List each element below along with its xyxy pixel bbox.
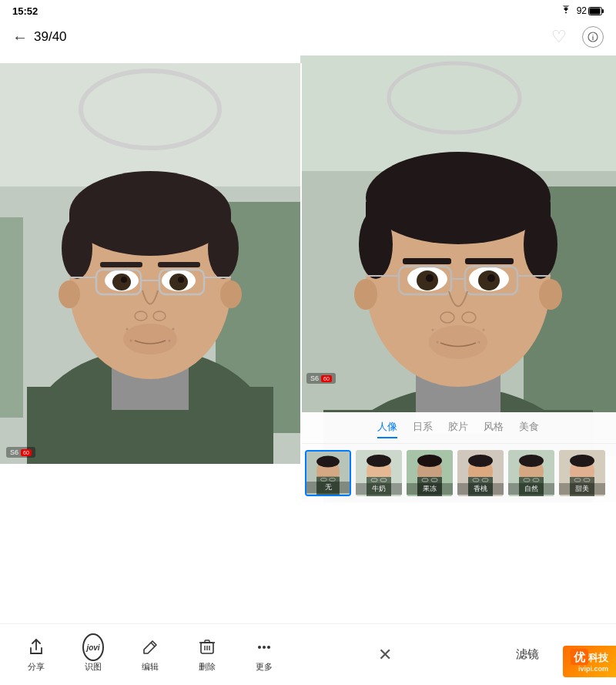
svg-point-82 [367,455,391,467]
close-filter-button[interactable]: ✕ [378,645,392,665]
photo-counter: 39/40 [34,29,67,45]
camera-label-left: S6 60 [6,447,35,458]
back-button[interactable]: ← [12,29,28,46]
info-button[interactable]: i [582,26,604,48]
filter-thumb-none[interactable]: 无 [305,450,351,496]
status-bar: 15:52 92 [0,0,616,22]
filter-tab-style[interactable]: 风格 [484,420,504,438]
camera-label-right: S6 60 [306,373,336,384]
wifi-icon [560,5,572,17]
more-action[interactable]: 更多 [253,636,275,673]
share-label: 分享 [28,661,45,673]
svg-point-27 [178,277,184,283]
svg-point-36 [126,328,129,331]
svg-point-16 [62,217,92,279]
edit-label: 编辑 [142,661,159,673]
header-left: ← 39/40 [12,29,67,46]
filter-tab-japan[interactable]: 日系 [413,420,433,438]
svg-point-76 [316,456,340,468]
filter-tab-food[interactable]: 美食 [519,420,539,438]
svg-point-17 [208,217,239,279]
svg-point-25 [169,274,188,290]
filter-thumb-milk[interactable]: 牛奶 [356,450,402,496]
svg-rect-9 [0,217,23,418]
photo-divider [300,63,302,510]
svg-point-118 [263,646,266,649]
filter-thumb-peach[interactable]: 香桃 [457,450,504,496]
filter-peach-label: 香桃 [457,483,504,495]
svg-point-88 [417,455,442,467]
svg-rect-113 [205,640,209,643]
edit-icon-svg [142,639,159,656]
svg-rect-2 [602,9,604,13]
svg-point-71 [483,329,485,331]
watermark-domain: ivipi.com [571,665,608,673]
svg-point-50 [359,210,393,279]
delete-action[interactable]: 删除 [196,636,218,673]
header: ← 39/40 ♡ i [0,22,616,55]
share-icon-svg [28,639,45,656]
original-photo-svg [0,63,300,464]
bottom-bar: 分享 jovi 识图 编辑 [0,623,616,685]
info-icon-svg: i [588,32,598,42]
filter-thumbnails: 无 牛奶 [300,444,616,502]
svg-rect-20 [100,262,142,267]
svg-rect-21 [158,262,200,267]
filter-button-label[interactable]: 滤镜 [516,647,539,662]
svg-rect-55 [465,258,514,264]
photo-original[interactable]: S6 60 [0,63,300,464]
battery-icon [588,7,604,15]
filter-thumb-natural[interactable]: 自然 [508,450,554,496]
svg-point-72 [437,341,439,344]
filter-jelly-label: 果冻 [407,483,453,495]
svg-point-52 [354,279,377,310]
jovi-icon: jovi [82,636,104,658]
more-icon [253,636,275,658]
filter-none-label: 无 [306,482,350,493]
svg-point-100 [519,455,544,467]
delete-icon [196,636,218,658]
svg-point-51 [524,210,557,279]
share-action[interactable]: 分享 [25,636,47,673]
svg-point-48 [366,152,551,244]
watermark: 优科技 ivipi.com [563,646,616,677]
svg-point-117 [258,646,261,649]
filter-panel: 人像 日系 胶片 风格 美食 [300,412,616,502]
svg-point-39 [169,340,171,342]
jovi-action[interactable]: jovi 识图 [82,636,104,673]
watermark-tech: 科技 [588,652,608,663]
filter-thumb-sweet[interactable]: 甜美 [559,450,605,496]
svg-point-94 [468,455,493,467]
svg-point-35 [123,324,177,354]
photo-filtered[interactable]: 人像 日系 胶片 风格 美食 [300,55,616,502]
svg-point-70 [432,329,434,331]
status-icons: 92 [560,5,604,17]
main-content: S6 60 [0,55,616,533]
svg-rect-6 [0,63,300,186]
more-icon-svg [256,639,273,656]
battery-container: 92 [577,5,604,16]
svg-rect-15 [69,213,231,237]
share-icon [25,636,47,658]
svg-rect-1 [590,8,601,14]
svg-point-73 [478,341,480,344]
delete-icon-svg [199,639,216,656]
filter-thumb-jelly[interactable]: 果冻 [407,450,453,496]
camera-badge-right: 60 [321,375,332,382]
jovi-label: 识图 [85,661,102,673]
filter-tabs: 人像 日系 胶片 风格 美食 [300,412,616,444]
svg-point-61 [487,274,495,282]
edit-action[interactable]: 编辑 [139,636,161,673]
svg-point-24 [112,274,131,290]
battery-percent: 92 [577,5,587,16]
svg-point-26 [121,277,127,283]
filter-tab-portrait[interactable]: 人像 [377,420,397,438]
svg-point-19 [220,280,242,308]
svg-point-106 [570,455,594,467]
svg-point-37 [172,328,175,331]
watermark-char: 优 [571,649,588,665]
svg-point-18 [59,280,80,308]
filter-tab-film[interactable]: 胶片 [448,420,468,438]
filter-milk-label: 牛奶 [356,483,402,495]
favorite-button[interactable]: ♡ [548,26,570,48]
